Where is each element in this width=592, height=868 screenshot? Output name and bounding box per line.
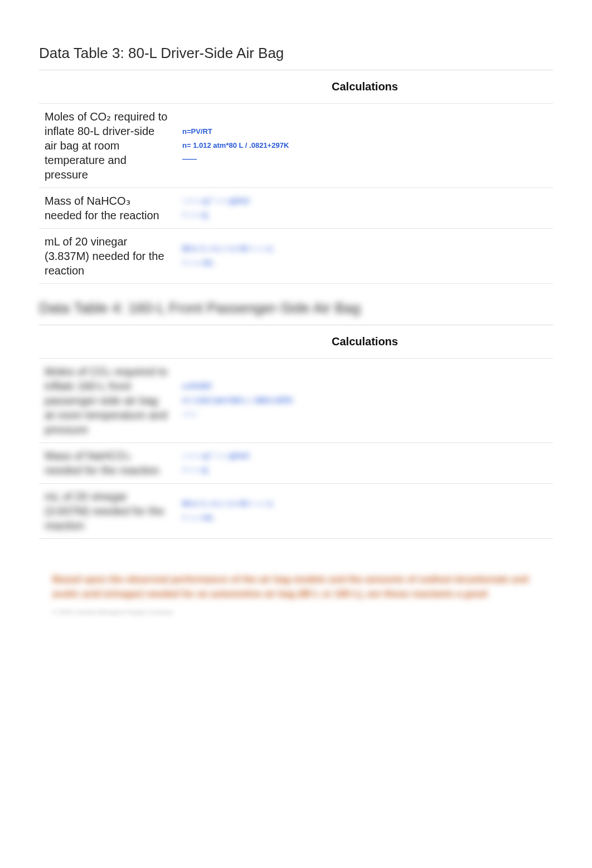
prompt-text: Based upon the observed performance of t… bbox=[52, 572, 540, 601]
header-calculations: Calculations bbox=[177, 325, 553, 358]
row-label: mL of 20 vinegar (3.837M) needed for the… bbox=[39, 484, 177, 538]
data-table-4: Calculations Moles of CO₂ required to in… bbox=[39, 325, 553, 539]
table-row: Mass of NaHCO₃ needed for the reaction —… bbox=[39, 443, 553, 484]
row-calc: n=PV/RT n= 1.012 atm*160 L / .0821+297K … bbox=[177, 359, 553, 442]
row-label: Mass of NaHCO₃ needed for the reaction bbox=[39, 188, 177, 228]
table4-title: Data Table 4: 160-L Front Passenger-Side… bbox=[39, 300, 553, 317]
table-row: Moles of CO₂ required to inflate 160-L f… bbox=[39, 359, 553, 443]
row-label: mL of 20 vinegar (3.837M) needed for the… bbox=[39, 229, 177, 283]
row-calc: ———g * ——g/mol = ——g bbox=[177, 188, 553, 228]
table-header-row: Calculations bbox=[39, 70, 553, 104]
row-label: Moles of CO₂ required to inflate 160-L f… bbox=[39, 359, 177, 442]
table-header-row: Calculations bbox=[39, 325, 553, 359]
question-prompt: Based upon the observed performance of t… bbox=[39, 572, 553, 615]
header-blank bbox=[39, 325, 177, 358]
row-calc: n=PV/RT n= 1.012 atm*80 L / .0821+297K —… bbox=[177, 104, 553, 187]
row-label: Mass of NaHCO₃ needed for the reaction bbox=[39, 443, 177, 483]
table-row: mL of 20 vinegar (3.837M) needed for the… bbox=[39, 484, 553, 539]
row-calc: ———g * ——g/mol = ——g bbox=[177, 443, 553, 483]
data-table-3: Calculations Moles of CO₂ required to in… bbox=[39, 70, 553, 284]
row-calc: M=n / L ⇒ L = n / M = ——L = ——mL bbox=[177, 484, 553, 538]
table-row: mL of 20 vinegar (3.837M) needed for the… bbox=[39, 229, 553, 284]
table3-title: Data Table 3: 80-L Driver-Side Air Bag bbox=[39, 45, 553, 62]
row-calc: M=n / L ⇒ L = n / M = ——L = ——mL bbox=[177, 229, 553, 283]
document-page: Data Table 3: 80-L Driver-Side Air Bag C… bbox=[0, 0, 592, 649]
table-row: Mass of NaHCO₃ needed for the reaction —… bbox=[39, 188, 553, 229]
section-table4: Data Table 4: 160-L Front Passenger-Side… bbox=[39, 300, 553, 539]
header-calculations: Calculations bbox=[177, 70, 553, 103]
table-row: Moles of CO₂ required to inflate 80-L dr… bbox=[39, 104, 553, 188]
copyright-fineprint: © 2016 Carolina Biological Supply Compan… bbox=[52, 609, 540, 615]
row-label: Moles of CO₂ required to inflate 80-L dr… bbox=[39, 104, 177, 187]
header-blank bbox=[39, 70, 177, 103]
